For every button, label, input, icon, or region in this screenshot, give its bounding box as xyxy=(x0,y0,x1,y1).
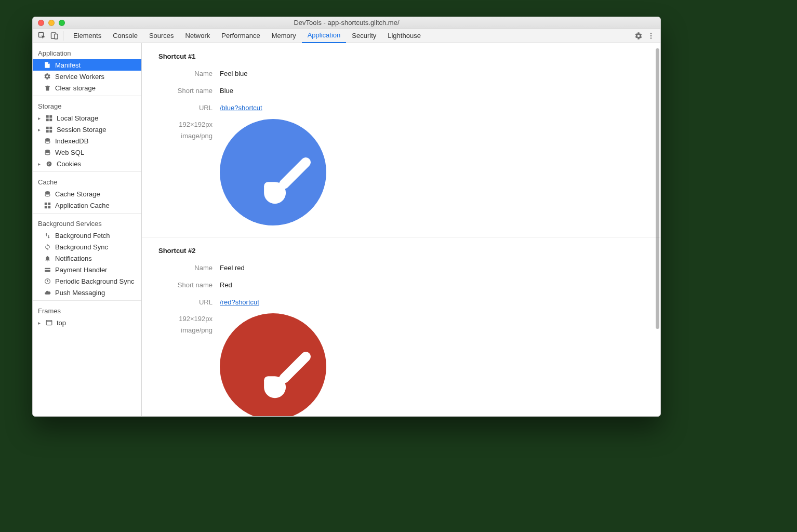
svg-rect-24 xyxy=(48,206,50,208)
section-application: Application xyxy=(33,45,141,59)
sidebar-item-background-sync[interactable]: Background Sync xyxy=(33,241,141,252)
tab-network[interactable]: Network xyxy=(180,29,216,43)
shortcut-short-name: Red xyxy=(220,281,232,289)
svg-rect-11 xyxy=(49,126,52,129)
tab-sources[interactable]: Sources xyxy=(143,29,180,43)
sidebar-item-background-fetch[interactable]: Background Fetch xyxy=(33,230,141,241)
tab-memory[interactable]: Memory xyxy=(266,29,302,43)
shortcut-name: Feel red xyxy=(220,264,245,272)
tab-elements[interactable]: Elements xyxy=(68,29,107,43)
expand-icon[interactable]: ▸ xyxy=(37,115,41,121)
shortcut-heading: Shortcut #1 xyxy=(142,52,660,68)
sidebar-item-application-cache[interactable]: Application Cache xyxy=(33,200,141,211)
expand-icon[interactable]: ▸ xyxy=(37,320,41,326)
sidebar-item-session-storage[interactable]: ▸ Session Storage xyxy=(33,124,141,135)
sidebar-item-label: Web SQL xyxy=(55,149,84,156)
more-vert-icon[interactable] xyxy=(645,30,657,42)
icon-size: 192×192px xyxy=(142,119,212,130)
brush-icon xyxy=(249,149,319,218)
file-icon xyxy=(43,61,51,69)
swap-vert-icon xyxy=(43,231,51,240)
field-label: Short name xyxy=(142,87,220,95)
window-zoom-icon[interactable] xyxy=(59,20,65,26)
sidebar-item-push-messaging[interactable]: Push Messaging xyxy=(33,287,141,298)
tab-security[interactable]: Security xyxy=(346,29,382,43)
tab-performance[interactable]: Performance xyxy=(216,29,265,43)
sidebar-item-label: Payment Handler xyxy=(55,266,107,274)
sidebar-item-label: Manifest xyxy=(55,61,81,69)
database-icon xyxy=(43,137,51,145)
sidebar-item-manifest[interactable]: Manifest xyxy=(33,59,141,71)
field-label: URL xyxy=(142,298,220,306)
sidebar-item-cache-storage[interactable]: Cache Storage xyxy=(33,188,141,200)
sidebar-item-cookies[interactable]: ▸ Cookies xyxy=(33,158,141,169)
shortcut-card-1: Shortcut #1 NameFeel blue Short nameBlue… xyxy=(142,43,660,237)
window-close-icon[interactable] xyxy=(38,20,44,26)
trash-icon xyxy=(43,84,51,92)
field-label: Name xyxy=(142,70,220,77)
shortcut-url-link[interactable]: /blue?shortcut xyxy=(220,104,262,112)
sidebar-item-local-storage[interactable]: ▸ Local Storage xyxy=(33,112,141,124)
tab-lighthouse[interactable]: Lighthouse xyxy=(382,29,427,43)
grid-icon xyxy=(45,125,53,134)
svg-point-5 xyxy=(650,37,652,38)
sidebar-item-label: Application Cache xyxy=(55,202,110,209)
toggle-device-icon[interactable] xyxy=(48,30,61,42)
svg-point-3 xyxy=(650,33,652,34)
window-minimize-icon[interactable] xyxy=(48,20,55,26)
sidebar-item-service-workers[interactable]: Service Workers xyxy=(33,71,141,82)
sidebar-item-notifications[interactable]: Notifications xyxy=(33,252,141,264)
clock-icon xyxy=(43,277,51,285)
sidebar-item-clear-storage[interactable]: Clear storage xyxy=(33,82,141,94)
svg-rect-13 xyxy=(49,130,52,132)
sidebar-item-web-sql[interactable]: Web SQL xyxy=(33,147,141,158)
database-icon xyxy=(43,148,51,156)
section-background-services: Background Services xyxy=(33,216,141,230)
settings-gear-icon[interactable] xyxy=(632,30,645,42)
svg-rect-23 xyxy=(44,206,47,208)
svg-rect-2 xyxy=(55,34,58,39)
svg-rect-22 xyxy=(48,202,50,205)
svg-rect-21 xyxy=(44,202,47,205)
svg-rect-26 xyxy=(45,269,50,270)
grid-icon xyxy=(45,114,53,122)
sidebar-item-indexeddb[interactable]: IndexedDB xyxy=(33,135,141,147)
section-storage: Storage xyxy=(33,98,141,112)
sidebar-item-label: Notifications xyxy=(55,255,92,262)
svg-point-18 xyxy=(49,163,50,164)
sidebar-item-label: IndexedDB xyxy=(55,137,88,145)
sync-icon xyxy=(43,243,51,251)
section-frames: Frames xyxy=(33,303,141,317)
cloud-icon xyxy=(43,288,51,297)
tab-application[interactable]: Application xyxy=(302,29,347,43)
sidebar-item-label: Local Storage xyxy=(57,114,98,122)
sidebar-item-label: Cache Storage xyxy=(55,190,100,198)
gear-icon xyxy=(43,72,51,81)
sidebar-item-label: Periodic Background Sync xyxy=(55,277,134,285)
expand-icon[interactable]: ▸ xyxy=(37,161,41,167)
sidebar-item-periodic-background-sync[interactable]: Periodic Background Sync xyxy=(33,275,141,287)
database-icon xyxy=(43,190,51,198)
sidebar-item-label: Push Messaging xyxy=(55,289,105,297)
tab-console[interactable]: Console xyxy=(107,29,143,43)
shortcut-card-2: Shortcut #2 NameFeel red Short nameRed U… xyxy=(142,237,660,416)
svg-rect-9 xyxy=(49,118,52,121)
brush-icon xyxy=(249,343,319,413)
shortcut-icon xyxy=(220,313,326,416)
bell-icon xyxy=(43,254,51,262)
expand-icon[interactable]: ▸ xyxy=(37,127,41,132)
scrollbar[interactable] xyxy=(656,48,659,329)
field-label: Short name xyxy=(142,281,220,289)
inspect-element-icon[interactable] xyxy=(36,30,48,42)
manifest-pane: Shortcut #1 NameFeel blue Short nameBlue… xyxy=(142,43,660,416)
svg-point-16 xyxy=(46,161,51,166)
sidebar-item-payment-handler[interactable]: Payment Handler xyxy=(33,264,141,275)
shortcut-icon xyxy=(220,119,326,225)
sidebar-item-top-frame[interactable]: ▸ top xyxy=(33,317,141,328)
sidebar-item-label: Cookies xyxy=(57,160,81,168)
window-icon xyxy=(45,318,53,327)
svg-point-4 xyxy=(650,35,652,36)
devtools-window: DevTools - app-shortcuts.glitch.me/ Elem… xyxy=(32,17,661,417)
titlebar: DevTools - app-shortcuts.glitch.me/ xyxy=(33,17,660,29)
shortcut-url-link[interactable]: /red?shortcut xyxy=(220,298,259,306)
